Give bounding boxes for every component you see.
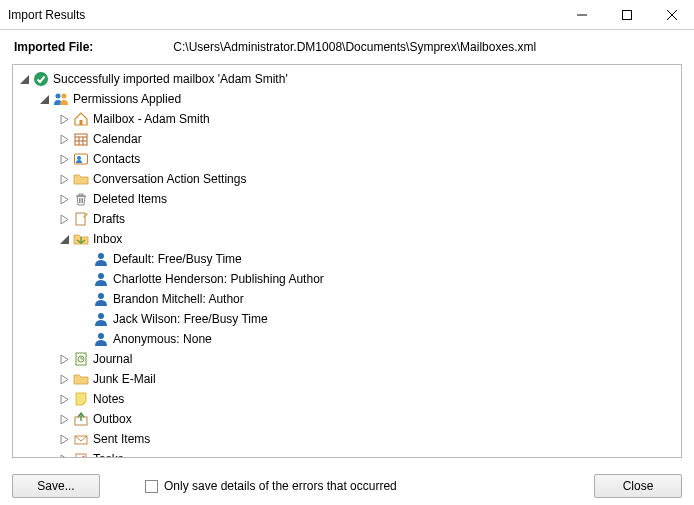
collapse-toggle-icon[interactable] — [57, 372, 71, 386]
tree-folder-drafts[interactable]: Drafts — [13, 209, 681, 229]
errors-only-checkbox[interactable]: Only save details of the errors that occ… — [145, 479, 574, 493]
expand-toggle-icon[interactable] — [57, 232, 71, 246]
notes-icon — [73, 391, 89, 407]
outbox-icon — [73, 411, 89, 427]
svg-point-22 — [98, 253, 104, 259]
tree-folder-notes[interactable]: Notes — [13, 389, 681, 409]
tree-folder-tasks[interactable]: Tasks — [13, 449, 681, 458]
results-tree[interactable]: Successfully imported mailbox 'Adam Smit… — [12, 64, 682, 458]
tree-folder-label: Outbox — [91, 412, 132, 426]
collapse-toggle-icon[interactable] — [57, 412, 71, 426]
errors-only-checkbox-label: Only save details of the errors that occ… — [164, 479, 397, 493]
tree-permissions[interactable]: Permissions Applied — [13, 89, 681, 109]
tree-folder-label: Notes — [91, 392, 124, 406]
person-icon — [93, 331, 109, 347]
expand-toggle-icon[interactable] — [37, 92, 51, 106]
tree-folder-outbox[interactable]: Outbox — [13, 409, 681, 429]
folder-icon — [73, 171, 89, 187]
svg-point-6 — [62, 94, 67, 99]
svg-point-26 — [98, 333, 104, 339]
tree-folder-sent[interactable]: Sent Items — [13, 429, 681, 449]
collapse-toggle-icon[interactable] — [57, 112, 71, 126]
tree-permission-entry[interactable]: Anonymous: None — [13, 329, 681, 349]
tree-folder-mailbox[interactable]: Mailbox - Adam Smith — [13, 109, 681, 129]
person-icon — [93, 251, 109, 267]
drafts-icon — [73, 211, 89, 227]
titlebar: Import Results — [0, 0, 694, 30]
tasks-icon — [73, 451, 89, 458]
tree-folder-label: Sent Items — [91, 432, 150, 446]
permission-label: Jack Wilson: Free/Busy Time — [111, 312, 268, 326]
tree-permission-entry[interactable]: Default: Free/Busy Time — [13, 249, 681, 269]
tree-folder-label: Mailbox - Adam Smith — [91, 112, 210, 126]
folder-icon — [73, 371, 89, 387]
tree-folder-deleted[interactable]: Deleted Items — [13, 189, 681, 209]
tree-folder-contacts[interactable]: Contacts — [13, 149, 681, 169]
person-icon — [93, 271, 109, 287]
permission-label: Charlotte Henderson: Publishing Author — [111, 272, 324, 286]
tree-folder-label: Calendar — [91, 132, 142, 146]
collapse-toggle-icon[interactable] — [57, 192, 71, 206]
tree-folder-label: Deleted Items — [91, 192, 167, 206]
tree-root[interactable]: Successfully imported mailbox 'Adam Smit… — [13, 69, 681, 89]
tree-folder-calendar[interactable]: Calendar — [13, 129, 681, 149]
collapse-toggle-icon[interactable] — [57, 132, 71, 146]
success-check-icon — [33, 71, 49, 87]
save-button[interactable]: Save... — [12, 474, 100, 498]
tree-permission-entry[interactable]: Charlotte Henderson: Publishing Author — [13, 269, 681, 289]
tree-folder-label: Tasks — [91, 452, 124, 458]
checkbox-box-icon[interactable] — [145, 480, 158, 493]
tree-root-label: Successfully imported mailbox 'Adam Smit… — [51, 72, 288, 86]
window-controls — [559, 0, 694, 29]
svg-point-5 — [56, 94, 61, 99]
svg-point-24 — [98, 293, 104, 299]
tree-folder-label: Journal — [91, 352, 132, 366]
collapse-toggle-icon[interactable] — [57, 432, 71, 446]
svg-point-14 — [77, 156, 81, 160]
home-icon — [73, 111, 89, 127]
tree-folder-journal[interactable]: Journal — [13, 349, 681, 369]
tree-folder-conv[interactable]: Conversation Action Settings — [13, 169, 681, 189]
close-button[interactable]: Close — [594, 474, 682, 498]
maximize-button[interactable] — [604, 0, 649, 29]
imported-file-label: Imported File: — [14, 40, 93, 54]
tree-folder-label: Contacts — [91, 152, 140, 166]
users-icon — [53, 91, 69, 107]
calendar-icon — [73, 131, 89, 147]
imported-file-row: Imported File: C:\Users\Administrator.DM… — [0, 30, 694, 60]
journal-icon — [73, 351, 89, 367]
window-title: Import Results — [0, 8, 559, 22]
tree-permission-entry[interactable]: Jack Wilson: Free/Busy Time — [13, 309, 681, 329]
collapse-toggle-icon[interactable] — [57, 452, 71, 458]
collapse-toggle-icon[interactable] — [57, 172, 71, 186]
close-window-button[interactable] — [649, 0, 694, 29]
sent-icon — [73, 431, 89, 447]
contacts-icon — [73, 151, 89, 167]
collapse-toggle-icon[interactable] — [57, 392, 71, 406]
tree-folder-inbox[interactable]: Inbox — [13, 229, 681, 249]
tree-folder-label: Drafts — [91, 212, 125, 226]
tree-folder-label: Inbox — [91, 232, 122, 246]
svg-rect-34 — [76, 454, 86, 458]
svg-point-25 — [98, 313, 104, 319]
permission-label: Anonymous: None — [111, 332, 212, 346]
tree-permissions-label: Permissions Applied — [71, 92, 181, 106]
collapse-toggle-icon[interactable] — [57, 212, 71, 226]
permission-label: Default: Free/Busy Time — [111, 252, 242, 266]
svg-rect-8 — [75, 134, 87, 145]
tree-folder-junk[interactable]: Junk E-Mail — [13, 369, 681, 389]
collapse-toggle-icon[interactable] — [57, 152, 71, 166]
svg-rect-20 — [76, 213, 85, 225]
permission-label: Brandon Mitchell: Author — [111, 292, 244, 306]
bottom-bar: Save... Only save details of the errors … — [0, 466, 694, 505]
inbox-icon — [73, 231, 89, 247]
tree-folder-label: Conversation Action Settings — [91, 172, 246, 186]
svg-point-4 — [34, 72, 48, 86]
tree-permission-entry[interactable]: Brandon Mitchell: Author — [13, 289, 681, 309]
minimize-button[interactable] — [559, 0, 604, 29]
svg-rect-1 — [622, 10, 631, 19]
svg-point-23 — [98, 273, 104, 279]
expand-toggle-icon[interactable] — [17, 72, 31, 86]
collapse-toggle-icon[interactable] — [57, 352, 71, 366]
svg-rect-7 — [80, 120, 83, 125]
